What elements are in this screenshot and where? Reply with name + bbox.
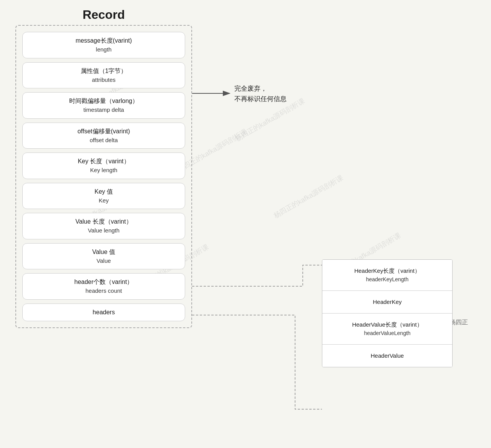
field-timestamp: 时间戳偏移量（varlong） timestamp delta [22,92,185,119]
field-key-length-line1: Key 长度（varint） [29,157,179,166]
field-value-length: Value 长度（varint） Value length [22,213,185,239]
field-attributes-line1: 属性值（1字节） [29,66,179,76]
main-container: 杨四正的kafka源码剖析课 杨四正的kafka源码剖析课 杨四正的kafka源… [0,0,491,336]
annotation-text: 完全废弃， 不再标识任何信息 [234,83,300,104]
right-field-hkl-line2: headerKeyLength [328,275,446,284]
right-field-hvl-line1: HeaderValue长度（varint） [328,320,446,329]
field-value-length-line2: Value length [29,226,179,235]
field-key-value-line1: Key 值 [29,187,179,196]
field-value-value-line1: Value 值 [29,247,179,257]
field-key-length-line2: Key length [29,166,179,175]
right-field-hvl-line2: headerValueLength [328,329,446,337]
field-attributes-line2: attributes [29,76,179,85]
field-headers-count-line2: headers count [29,287,179,295]
field-headers: headers [22,304,185,321]
field-headers-line1: headers [29,308,179,317]
content-wrapper: Record message长度(varint) length 属性值（1字节）… [15,8,476,328]
annotation-line2: 不再标识任何信息 [234,95,287,103]
record-title: Record [15,8,192,22]
field-key-value: Key 值 Key [22,183,185,209]
right-header-box: HeaderKey长度（varint） headerKeyLength Head… [322,259,453,367]
field-offset-line2: offset delta [29,136,179,145]
right-field-headerkey-length: HeaderKey长度（varint） headerKeyLength [322,260,452,291]
field-key-value-line2: Key [29,196,179,205]
field-length-line2: length [29,45,179,54]
right-field-headerkey: HeaderKey [322,291,452,314]
right-field-hkl-line1: HeaderKey长度（varint） [328,267,446,275]
field-offset-line1: offset偏移量(varint) [29,127,179,136]
right-field-hk-line1: HeaderKey [328,298,446,307]
field-headers-count-line1: header个数（varint） [29,277,179,287]
field-value-value-line2: Value [29,257,179,265]
right-field-hv-line1: HeaderValue [328,352,446,360]
field-offset-delta: offset偏移量(varint) offset delta [22,123,185,149]
field-attributes: 属性值（1字节） attributes [22,62,185,89]
right-field-headervalue: HeaderValue [322,345,452,367]
annotation-area: 完全废弃， 不再标识任何信息 [192,25,300,104]
field-length-line1: message长度(varint) [29,36,179,45]
field-timestamp-line2: timestamp delta [29,106,179,114]
field-length: message长度(varint) length [22,32,185,58]
field-headers-count: header个数（varint） headers count [22,273,185,300]
field-value-length-line1: Value 长度（varint） [29,217,179,226]
field-value-value: Value 值 Value [22,243,185,270]
field-key-length: Key 长度（varint） Key length [22,153,185,179]
annotation-line1: 完全废弃， [234,85,267,92]
record-box: message长度(varint) length 属性值（1字节） attrib… [15,25,192,328]
field-timestamp-line1: 时间戳偏移量（varlong） [29,96,179,106]
right-field-headervalue-length: HeaderValue长度（varint） headerValueLength [322,314,452,345]
